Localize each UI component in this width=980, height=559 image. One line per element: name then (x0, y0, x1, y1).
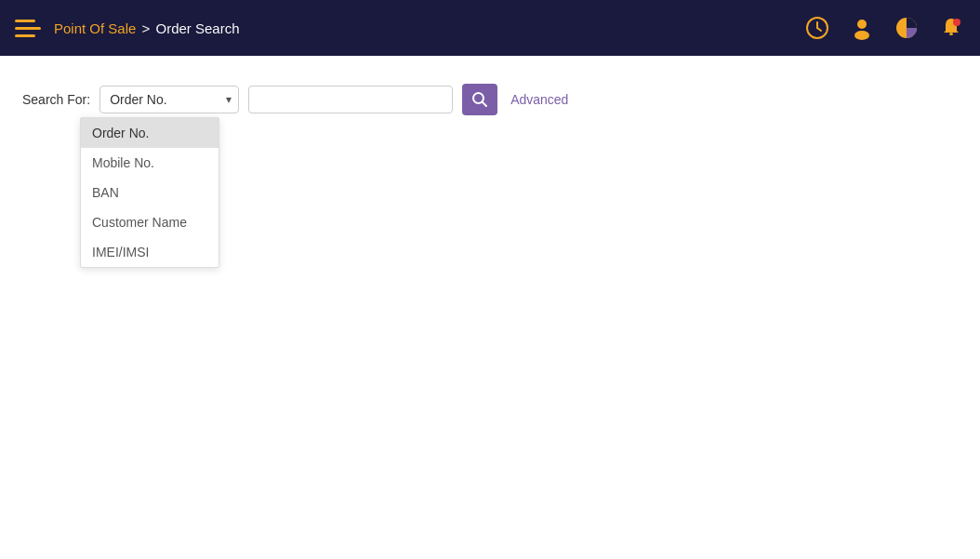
pie-chart-icon[interactable] (893, 14, 920, 42)
breadcrumb: Point Of Sale > Order Search (54, 20, 240, 36)
dropdown-item-ban[interactable]: BAN (81, 178, 219, 207)
svg-point-3 (857, 20, 867, 29)
search-select[interactable]: Order No. Mobile No. BAN Customer Name I… (99, 86, 239, 113)
dropdown-item-imei-imsi[interactable]: IMEI/IMSI (81, 237, 219, 267)
search-label: Search For: (22, 92, 90, 107)
search-icon (471, 91, 488, 108)
breadcrumb-link[interactable]: Point Of Sale (54, 20, 136, 36)
header-right (803, 14, 965, 42)
svg-rect-6 (949, 33, 953, 35)
search-input[interactable] (248, 86, 453, 113)
svg-line-2 (817, 28, 821, 31)
header-left: Point Of Sale > Order Search (15, 20, 240, 37)
user-icon[interactable] (848, 14, 876, 42)
advanced-link[interactable]: Advanced (510, 92, 568, 107)
search-button[interactable] (462, 84, 497, 115)
main-content: Search For: Order No. Mobile No. BAN Cus… (0, 56, 980, 143)
search-dropdown: Order No. Mobile No. BAN Customer Name I… (80, 117, 219, 268)
breadcrumb-current: Order Search (156, 20, 240, 36)
dropdown-item-order-no[interactable]: Order No. (81, 118, 219, 148)
svg-point-7 (953, 19, 960, 26)
bell-icon[interactable] (937, 14, 965, 42)
svg-point-4 (854, 31, 869, 40)
header: Point Of Sale > Order Search (0, 0, 980, 56)
svg-line-9 (483, 102, 487, 107)
dropdown-item-mobile-no[interactable]: Mobile No. (81, 148, 219, 178)
hamburger-icon[interactable] (15, 20, 41, 37)
clock-icon[interactable] (803, 14, 831, 42)
search-row: Search For: Order No. Mobile No. BAN Cus… (22, 84, 958, 115)
breadcrumb-separator: > (142, 20, 151, 36)
search-select-wrapper: Order No. Mobile No. BAN Customer Name I… (99, 86, 239, 113)
dropdown-item-customer-name[interactable]: Customer Name (81, 207, 219, 237)
